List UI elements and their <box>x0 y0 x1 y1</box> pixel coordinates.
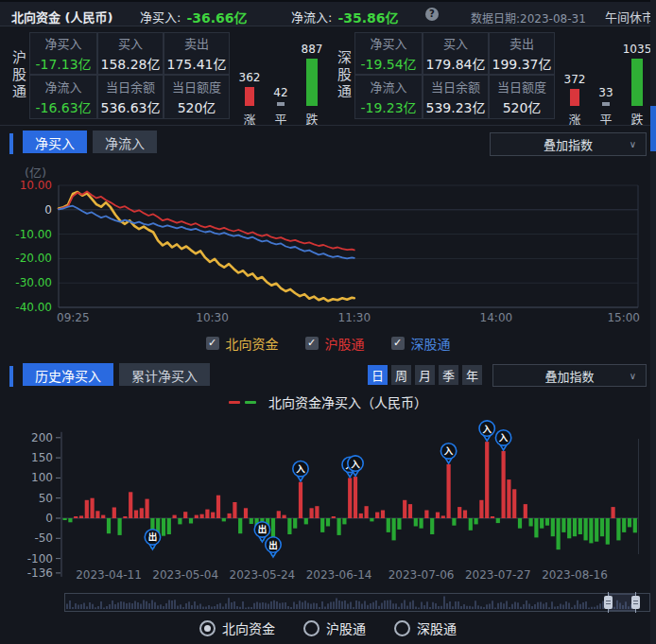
history-bar-chart-svg: 200150100500-50-100-1362023-04-112023-05… <box>0 412 656 588</box>
radio-icon[interactable] <box>303 620 319 636</box>
overlay-index-select-2[interactable]: 叠加指数 ∨ <box>492 364 647 387</box>
x-axis-labels: 09:2510:3011:3014:0015:00 <box>57 311 640 324</box>
radio-beixiang[interactable]: 北向资金 <box>199 618 275 637</box>
radio-shengutong[interactable]: 深股通 <box>394 618 457 637</box>
x-axis-labels: 2023-04-112023-05-042023-05-242023-06-14… <box>76 568 608 582</box>
stat-value: 199.37亿 <box>492 54 552 73</box>
stat-value: -16.63亿 <box>35 97 91 116</box>
period-week-button[interactable]: 周 <box>391 365 411 385</box>
svg-text:入: 入 <box>498 432 509 443</box>
down-label: 跌 <box>630 110 643 125</box>
board-name: 沪股通 <box>9 34 27 117</box>
net-flow-summary: 净流入: -35.86亿 <box>291 8 398 26</box>
up-count: 372 <box>564 73 586 86</box>
stat-cell: 当日余额536.63亿 <box>98 76 163 118</box>
legend-item-beixiang[interactable]: ✓北向资金 <box>206 334 279 353</box>
stat-value: 520亿 <box>503 97 542 116</box>
up-column: 362涨 <box>236 26 263 125</box>
up-label: 涨 <box>243 110 255 125</box>
help-icon[interactable]: ? <box>425 8 439 21</box>
svg-text:出: 出 <box>268 540 278 550</box>
legend-label: 沪股通 <box>325 334 365 353</box>
period-buttons: 日 周 月 季 年 <box>368 365 482 385</box>
svg-text:2023-06-14: 2023-06-14 <box>306 568 372 582</box>
series-北向资金 <box>59 192 354 301</box>
radio-label: 沪股通 <box>326 618 366 637</box>
svg-text:10:30: 10:30 <box>196 311 229 324</box>
tab-cumulative-net-buy[interactable]: 累计净买入 <box>119 363 210 386</box>
stat-cell: 当日额度520亿 <box>164 76 229 118</box>
down-count: 1035 <box>623 43 652 56</box>
legend-item-shengutong[interactable]: ✓深股通 <box>391 334 451 353</box>
checkbox-checked-icon[interactable]: ✓ <box>206 337 219 350</box>
stat-value: 179.84亿 <box>426 54 486 73</box>
tab-net-buy[interactable]: 净买入 <box>23 131 87 153</box>
svg-text:2023-04-11: 2023-04-11 <box>76 568 142 582</box>
svg-text:15:00: 15:00 <box>607 311 640 324</box>
stats-grid: 净买入-19.54亿 买入179.84亿 卖出199.37亿 净流入-19.23… <box>354 32 555 119</box>
flat-column: 42平 <box>268 26 294 125</box>
data-date: 数据日期:2023-08-31 <box>471 9 586 26</box>
market-status: 午间休市 <box>605 8 654 26</box>
overlay-index-select[interactable]: 叠加指数 ∨ <box>490 132 647 156</box>
radio-hugutong[interactable]: 沪股通 <box>303 618 366 637</box>
svg-text:-50: -50 <box>34 531 53 545</box>
stat-value: 539.23亿 <box>426 97 486 116</box>
market-stats-panel: 沪股通 净买入-17.13亿 买入158.28亿 卖出175.41亿 净流入-1… <box>0 26 650 125</box>
stat-value: 158.28亿 <box>101 54 161 73</box>
down-label: 跌 <box>305 110 318 125</box>
flat-bar <box>602 102 610 106</box>
series-radio-group: 北向资金 沪股通 深股通 <box>0 618 656 637</box>
net-buy-summary: 净买入: -36.66亿 <box>140 8 247 26</box>
flat-label: 平 <box>599 110 612 125</box>
down-bar <box>631 59 643 106</box>
period-quarter-button[interactable]: 季 <box>439 365 458 385</box>
up-column: 372涨 <box>561 26 588 125</box>
checkbox-checked-icon[interactable]: ✓ <box>305 337 319 350</box>
stat-label: 买入 <box>443 34 468 52</box>
svg-text:0: 0 <box>45 512 53 525</box>
legend-item-hugutong[interactable]: ✓沪股通 <box>305 334 365 353</box>
board-hugutong: 沪股通 净买入-17.13亿 买入158.28亿 卖出175.41亿 净流入-1… <box>0 26 328 125</box>
stat-label: 当日余额 <box>431 78 480 96</box>
svg-text:入: 入 <box>350 459 360 469</box>
divider <box>0 125 656 126</box>
period-month-button[interactable]: 月 <box>415 365 435 385</box>
slider-handle-start[interactable] <box>604 592 613 613</box>
svg-text:入: 入 <box>295 463 305 474</box>
flat-count: 33 <box>598 86 613 99</box>
svg-text:14:00: 14:00 <box>480 311 513 324</box>
scrollbar-thumb[interactable] <box>650 106 656 151</box>
svg-text:出: 出 <box>148 531 158 542</box>
svg-text:11:30: 11:30 <box>338 311 371 324</box>
net-flow-value: -35.86亿 <box>337 8 398 26</box>
tab-net-flow[interactable]: 净流入 <box>93 131 157 153</box>
period-day-button[interactable]: 日 <box>368 365 388 385</box>
stat-value: 536.63亿 <box>101 97 161 116</box>
handle-grip-icon <box>604 596 613 609</box>
svg-text:200: 200 <box>31 431 53 444</box>
checkbox-checked-icon[interactable]: ✓ <box>391 337 405 350</box>
svg-text:-100: -100 <box>27 552 53 566</box>
radio-selected-icon[interactable] <box>199 620 216 636</box>
up-bar <box>245 87 254 106</box>
top-bar: 北向资金 (人民币) 净买入: -36.66亿 净流入: -35.86亿 ? 数… <box>0 0 656 26</box>
svg-text:入: 入 <box>443 445 454 456</box>
slider-handle-end[interactable] <box>631 592 640 613</box>
series-深股通 <box>59 206 354 259</box>
board-shengutong: 深股通 净买入-19.54亿 买入179.84亿 卖出199.37亿 净流入-1… <box>325 26 653 125</box>
period-year-button[interactable]: 年 <box>462 365 482 385</box>
radio-icon[interactable] <box>394 620 410 636</box>
data-zoom-slider[interactable] <box>64 593 650 612</box>
radio-label: 北向资金 <box>222 618 275 637</box>
svg-text:09:25: 09:25 <box>57 311 90 324</box>
tab-history-net-buy[interactable]: 历史净买入 <box>23 363 113 386</box>
slider-waveform <box>65 594 649 611</box>
page-scrollbar[interactable] <box>650 0 656 644</box>
net-buy-value: -36.66亿 <box>186 8 247 26</box>
flat-bar <box>277 102 285 106</box>
stat-label: 卖出 <box>184 34 209 52</box>
up-count: 362 <box>239 71 261 84</box>
stat-value: 175.41亿 <box>167 54 227 73</box>
intraday-tabs: 净买入 净流入 <box>23 131 157 153</box>
